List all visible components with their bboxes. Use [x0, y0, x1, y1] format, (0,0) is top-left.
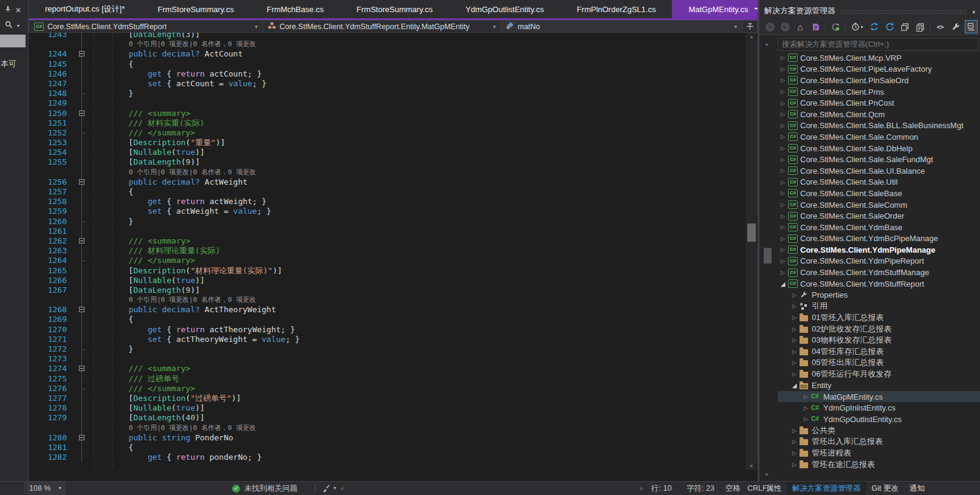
expand-icon[interactable]: ▷ [789, 462, 800, 468]
document-health-indicator[interactable]: ✓ 未找到相关问题 [232, 482, 298, 495]
scrollbar-thumb[interactable] [747, 224, 756, 242]
tree-item[interactable]: ▷管坯出入库汇总报表 [778, 436, 980, 448]
expand-icon[interactable]: ▷ [789, 303, 800, 309]
expand-icon[interactable]: ▷ [789, 450, 800, 456]
scroll-up-icon[interactable]: ▲ [745, 34, 758, 39]
chevron-down-icon[interactable]: ▾ [17, 23, 19, 29]
chevron-down-icon[interactable]: ▾ [972, 9, 975, 15]
expand-icon[interactable]: ▷ [789, 315, 800, 321]
tree-item[interactable]: ▷02炉批收发存汇总报表 [778, 323, 980, 335]
sync-icon[interactable] [884, 21, 895, 32]
tree-item[interactable]: ▷C#YdmGpInlistEntity.cs [778, 402, 980, 414]
expand-icon[interactable]: ▷ [778, 168, 788, 174]
tree-item[interactable]: ▷C#Core.StlMes.Client.Sale.SaleFundMgt [778, 154, 980, 165]
search-input[interactable]: 搜索解决方案资源管理器(Ctrl+;) [778, 38, 979, 51]
tree-item[interactable]: ▷C#Core.StlMes.Client.YdmBase [778, 222, 980, 233]
tree-item[interactable]: ▷C#Core.StlMes.Client.SaleBase [778, 188, 980, 199]
expand-icon[interactable]: ▷ [778, 145, 788, 151]
document-tab[interactable]: FrmMchBase.cs [250, 0, 340, 18]
solution-explorer-header[interactable]: 解决方案资源管理器 ▾ [759, 0, 980, 19]
scroll-down-icon[interactable]: ▼ [745, 463, 758, 469]
codelens-indicator[interactable]: 0 个引用|0 项更改|0 名作者，0 项更改 [29, 39, 745, 49]
expand-icon[interactable]: ▷ [778, 111, 788, 117]
tree-item[interactable]: ▷C#Core.StlMes.Client.PnCost [778, 97, 980, 109]
fold-collapse-icon[interactable] [72, 109, 91, 118]
tree-item[interactable]: ▷01管坯入库汇总报表 [778, 312, 980, 324]
tree-item[interactable]: ▷06管坯运行年月收发存 [778, 369, 980, 380]
tree-item[interactable]: ▷C#Core.StlMes.Client.PlnSaleOrd [778, 75, 980, 86]
expand-icon[interactable]: ▷ [778, 157, 788, 163]
tool-window-tab[interactable]: Git 更改 [866, 482, 904, 495]
tree-item[interactable]: ▷C#Core.StlMes.Client.YdmPipeReport [778, 256, 980, 267]
expand-icon[interactable]: ▷ [789, 337, 800, 343]
tree-scrollbar[interactable]: ▲ ▼ [759, 52, 778, 469]
tree-item[interactable]: ▷C#Core.StlMes.Client.Pms [778, 86, 980, 98]
tree-item[interactable]: ▷C#Core.StlMes.Client.Sale.Util [778, 177, 980, 188]
scrollbar-thumb[interactable] [764, 248, 772, 264]
tree-item[interactable]: ◢Entity [778, 380, 980, 391]
vertical-scrollbar[interactable]: ▲ ▼ [745, 33, 758, 470]
expand-icon[interactable]: ▷ [778, 247, 788, 253]
tree-item[interactable]: ▷C#Core.StlMes.Client.SaleComm [778, 199, 980, 211]
tree-item[interactable]: ▷05管坯出库汇总报表 [778, 357, 980, 369]
collapse-icon[interactable]: ◢ [789, 382, 800, 389]
sync-with-active-document-icon[interactable] [830, 21, 841, 32]
close-icon[interactable]: ✕ [15, 6, 21, 15]
tree-item[interactable]: ▷C#Core.StlMes.Client.Sale.DbHelp [778, 143, 980, 154]
tree-item[interactable]: ▷C#Core.StlMes.Client.Sale.BLL.SaleBusin… [778, 120, 980, 132]
split-editor-button[interactable] [742, 20, 758, 33]
project-dropdown[interactable]: C# Core.StlMes.Client.YdmStuffReport ▾ [29, 20, 263, 33]
tree-item[interactable]: ▷C#Core.StlMes.Client.Sale.Common [778, 131, 980, 143]
properties-wrench-icon[interactable] [950, 21, 961, 32]
back-icon[interactable]: ◄ [764, 21, 775, 32]
toolbox-item-highlight[interactable] [0, 35, 26, 47]
document-tab[interactable]: FrmStoreSummary.cs [142, 0, 250, 18]
expand-icon[interactable]: ▷ [789, 371, 800, 377]
scroll-down-icon[interactable]: ▼ [764, 472, 769, 477]
tree-item[interactable]: ▷C#Core.StlMes.Client.YdmBcPipeManage [778, 233, 980, 245]
expand-icon[interactable]: ▷ [789, 439, 800, 445]
tool-window-tab[interactable]: 属性 [761, 482, 787, 495]
expand-icon[interactable]: ▷ [778, 213, 788, 219]
hscroll-left-icon[interactable]: ◄ [339, 482, 344, 495]
pin-icon[interactable] [5, 5, 11, 15]
expand-icon[interactable]: ▷ [789, 428, 800, 434]
collapse-icon[interactable]: ◢ [778, 281, 788, 287]
member-dropdown[interactable]: matNo ▾ [501, 20, 742, 33]
document-tab[interactable]: reportOutput.cs [设计]* [29, 0, 142, 18]
tree-item[interactable]: ▷管坯在途汇总报表 [778, 459, 980, 469]
document-tab[interactable]: YdmGpOutlistEntity.cs [449, 0, 560, 18]
tree-item[interactable]: ▷C#Core.StlMes.Client.Sale.UI.Balance [778, 165, 980, 177]
tree-item[interactable]: ▷公共类 [778, 425, 980, 437]
tool-window-tab[interactable]: 解决方案资源管理器 [787, 482, 866, 495]
expand-icon[interactable]: ▷ [801, 416, 811, 422]
code-editor[interactable]: 1243 [DataLength(3)]0 个引用|0 项更改|0 名作者，0 … [29, 33, 745, 470]
fold-collapse-icon[interactable] [72, 49, 91, 59]
expand-icon[interactable]: ▷ [778, 134, 788, 140]
expand-icon[interactable]: ▷ [778, 236, 788, 242]
collapse-all-button[interactable] [965, 20, 978, 33]
fold-collapse-icon[interactable] [72, 433, 91, 443]
fold-collapse-icon[interactable] [72, 364, 91, 374]
tree-item[interactable]: ▷04管坯库存汇总报表 [778, 346, 980, 357]
expand-icon[interactable]: ▷ [778, 224, 788, 230]
properties-pages-icon[interactable] [899, 21, 910, 32]
document-tab[interactable]: FrmPlnOrderZgSL1.cs [560, 0, 672, 18]
fold-collapse-icon[interactable] [72, 305, 91, 315]
expand-icon[interactable]: ▷ [778, 55, 788, 61]
tree-item[interactable]: ▷Properties [778, 289, 980, 301]
expand-icon[interactable]: ▷ [778, 123, 788, 129]
expand-icon[interactable]: ▷ [789, 360, 800, 366]
expand-icon[interactable]: ▷ [778, 179, 788, 185]
pending-changes-filter-icon[interactable]: ▾ [850, 21, 865, 32]
tree-item[interactable]: ▷C#Core.StlMes.Client.Mcp.VRP [778, 52, 980, 64]
expand-icon[interactable]: ▷ [801, 394, 811, 400]
refresh-icon[interactable] [869, 21, 880, 32]
expand-icon[interactable]: ▷ [778, 66, 788, 72]
tree-item[interactable]: ▷C#Core.StlMes.Client.PipeLeaveFactory [778, 64, 980, 75]
fold-collapse-icon[interactable] [72, 177, 91, 187]
expand-icon[interactable]: ▷ [778, 270, 788, 276]
tree-item[interactable]: ▷C#YdmGpOutlistEntity.cs [778, 414, 980, 425]
expand-icon[interactable]: ▷ [778, 190, 788, 196]
expand-icon[interactable]: ▷ [778, 258, 788, 264]
